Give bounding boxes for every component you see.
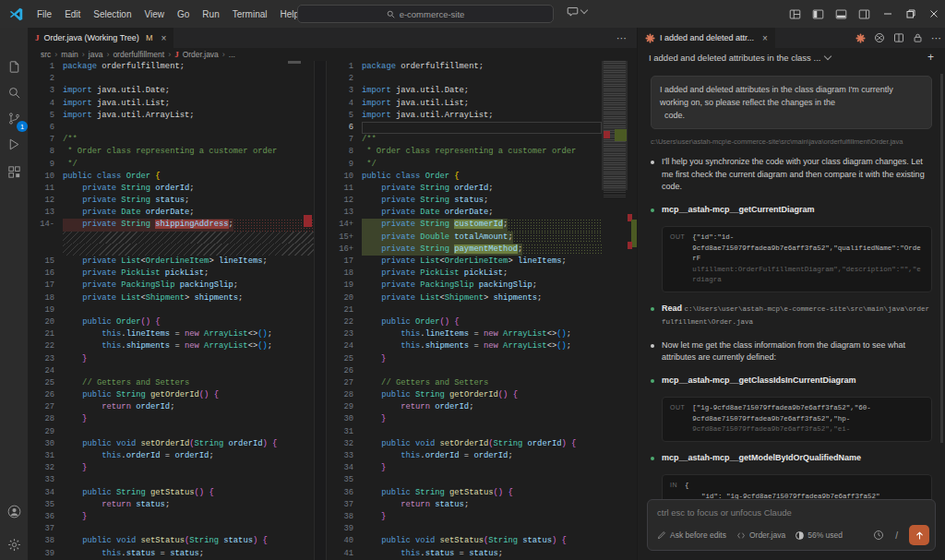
code-line[interactable]: 39 xyxy=(327,523,602,535)
code-line[interactable]: 18 private PickList pickList; xyxy=(327,268,602,280)
send-button[interactable] xyxy=(909,525,929,545)
tab-close-icon[interactable]: × xyxy=(161,33,166,43)
editor-actions-more-icon[interactable]: ⋯ xyxy=(616,28,628,48)
code-line[interactable]: 17 private List<OrderLineItem> lineItems… xyxy=(327,256,602,268)
code-line[interactable]: 21 this.lineItems = new ArrayList<>(); xyxy=(28,328,314,340)
code-line[interactable]: 29 return orderId; xyxy=(327,401,602,413)
code-line[interactable]: 13 private Date orderDate; xyxy=(327,207,602,219)
chat-input-box[interactable]: ctrl esc to focus or unfocus Claude Ask … xyxy=(647,499,936,551)
breadcrumb-item[interactable]: java xyxy=(89,50,103,59)
code-line[interactable]: 15+ private Double totalAmount; xyxy=(327,232,602,244)
code-line[interactable]: 23 } xyxy=(28,353,314,365)
code-line[interactable] xyxy=(28,244,314,256)
code-line[interactable]: 24 xyxy=(28,365,314,377)
chat-tab-close-icon[interactable]: × xyxy=(762,33,768,43)
code-line[interactable]: 6 xyxy=(327,122,602,134)
code-line[interactable]: 14- private String shippingAddress; xyxy=(28,219,314,231)
code-line[interactable]: 37 return status; xyxy=(327,499,602,511)
close-window-button[interactable] xyxy=(922,0,945,28)
code-line[interactable]: 2 xyxy=(327,73,602,85)
code-line[interactable]: 22 this.shipments = new ArrayList<>(); xyxy=(28,340,314,352)
breadcrumb-item[interactable]: Order.java xyxy=(183,50,219,59)
code-line[interactable]: 8 * Order class representing a customer … xyxy=(327,146,602,158)
menu-edit[interactable]: Edit xyxy=(58,6,87,22)
code-line[interactable]: 15 private List<OrderLineItem> lineItems… xyxy=(28,256,314,268)
code-line[interactable]: 5import java.util.ArrayList; xyxy=(28,110,314,122)
code-line[interactable]: 24 this.shipments = new ArrayList<>(); xyxy=(327,340,602,352)
code-line[interactable]: 12 private String status; xyxy=(28,195,314,207)
code-line[interactable]: 38 } xyxy=(327,511,602,523)
lock-icon[interactable] xyxy=(913,32,923,43)
code-line[interactable]: 35 xyxy=(327,474,602,486)
code-line[interactable]: 41 this.status = status; xyxy=(327,548,602,560)
code-line[interactable]: 2 xyxy=(28,73,314,85)
code-line[interactable]: 11 private String orderId; xyxy=(327,183,602,195)
code-line[interactable]: 27 // Getters and Setters xyxy=(327,377,602,389)
code-line[interactable]: 9 */ xyxy=(28,159,314,171)
code-line[interactable]: 30 public void setOrderId(String orderId… xyxy=(28,438,314,450)
code-line[interactable]: 38 public void setStatus(String status) … xyxy=(28,535,314,547)
menu-terminal[interactable]: Terminal xyxy=(226,6,274,22)
code-line[interactable]: 27 return orderId; xyxy=(28,401,314,413)
diff-sash[interactable] xyxy=(314,61,327,560)
code-line[interactable]: 16+ private String paymentMethod; xyxy=(327,244,602,256)
customize-layout-icon[interactable] xyxy=(784,0,807,28)
code-line[interactable]: 19 private PackingSlip packingSlip; xyxy=(327,280,602,292)
toggle-sidebar-right-icon[interactable] xyxy=(853,0,876,28)
history-clock-icon[interactable] xyxy=(873,530,884,541)
diff-modified-pane[interactable]: 1package orderfulfillment;23import java.… xyxy=(327,61,637,560)
breadcrumb-item[interactable]: ... xyxy=(229,50,235,59)
code-line[interactable]: 26 xyxy=(327,365,602,377)
code-line[interactable]: 25 } xyxy=(327,353,602,365)
code-line[interactable]: 20 public Order() { xyxy=(28,316,314,328)
code-line[interactable]: 14+ private String customerId; xyxy=(327,219,602,231)
code-line[interactable]: 17 private PackingSlip packingSlip; xyxy=(28,280,314,292)
chat-more-icon[interactable]: ⋯ xyxy=(931,32,941,44)
code-line[interactable]: 40 public void setStatus(String status) … xyxy=(327,535,602,547)
code-line[interactable]: 34 } xyxy=(327,462,602,474)
edit-mode-toggle[interactable]: Ask before edits xyxy=(657,530,726,540)
code-line[interactable]: 3import java.util.Date; xyxy=(327,85,602,97)
chat-session-header[interactable]: I added and deleted attributes in the cl… xyxy=(638,48,945,66)
code-line[interactable]: 33 xyxy=(28,474,314,486)
extensions-icon[interactable] xyxy=(3,161,25,183)
code-line[interactable] xyxy=(28,232,314,244)
diff-original-pane[interactable]: 1package orderfulfillment;23import java.… xyxy=(28,61,314,560)
breadcrumb-item[interactable]: main xyxy=(61,50,78,59)
breadcrumb-item[interactable]: src xyxy=(41,50,51,59)
code-line[interactable]: 21 xyxy=(327,304,602,316)
code-line[interactable]: 31 this.orderId = orderId; xyxy=(28,450,314,462)
chat-tab[interactable]: I added and deleted attr... × xyxy=(638,28,775,48)
breadcrumb[interactable]: src›main›java›orderfulfillment›JOrder.ja… xyxy=(28,48,637,61)
code-line[interactable]: 18 private List<Shipment> shipments; xyxy=(28,292,314,304)
search-sidebar-icon[interactable] xyxy=(3,81,25,103)
explorer-icon[interactable] xyxy=(3,55,25,77)
code-line[interactable]: 34 public String getStatus() { xyxy=(28,487,314,499)
code-line[interactable]: 8 * Order class representing a customer … xyxy=(28,146,314,158)
code-line[interactable]: 10public class Order { xyxy=(28,171,314,183)
settings-gear-icon[interactable] xyxy=(3,533,25,555)
source-control-icon[interactable]: 1 xyxy=(3,107,25,129)
claude-icon[interactable] xyxy=(855,33,866,43)
code-line[interactable]: 32 public void setOrderId(String orderId… xyxy=(327,438,602,450)
code-line[interactable]: 19 xyxy=(28,304,314,316)
code-line[interactable]: 7/** xyxy=(327,134,602,146)
code-line[interactable]: 20 private List<Shipment> shipments; xyxy=(327,292,602,304)
code-line[interactable]: 4import java.util.List; xyxy=(28,98,314,110)
code-line[interactable]: 37 xyxy=(28,523,314,535)
minimize-button[interactable] xyxy=(876,0,899,28)
code-line[interactable]: 6 xyxy=(28,122,314,134)
code-line[interactable]: 22 public Order() { xyxy=(327,316,602,328)
code-line[interactable]: 5import java.util.ArrayList; xyxy=(327,110,602,122)
code-line[interactable]: 13 private Date orderDate; xyxy=(28,207,314,219)
code-line[interactable]: 30 } xyxy=(327,413,602,425)
command-center-search[interactable]: e-commerce-site xyxy=(297,5,554,23)
code-line[interactable]: 35 return status; xyxy=(28,499,314,511)
code-line[interactable]: 4import java.util.List; xyxy=(327,98,602,110)
menu-go[interactable]: Go xyxy=(171,6,196,22)
code-line[interactable]: 23 this.lineItems = new ArrayList<>(); xyxy=(327,328,602,340)
code-line[interactable]: 10public class Order { xyxy=(327,171,602,183)
code-line[interactable]: 32 } xyxy=(28,462,314,474)
code-line[interactable]: 29 xyxy=(28,426,314,438)
split-editor-icon[interactable] xyxy=(893,32,904,43)
